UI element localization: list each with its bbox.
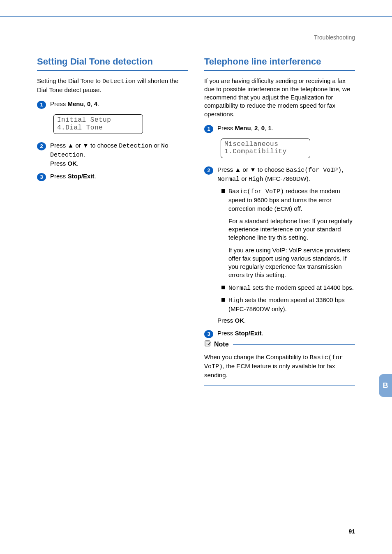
code-basic-voip: Basic(for VoIP) xyxy=(286,167,341,174)
text: , xyxy=(258,125,261,132)
text: to choose xyxy=(256,166,286,173)
lcd-line2: 1.Compatibility xyxy=(224,148,287,155)
basic-voip-para-1: For a standard telephone line: If you re… xyxy=(228,217,355,242)
text: Press xyxy=(50,100,68,107)
text: , xyxy=(90,100,94,107)
key-4: 4 xyxy=(94,100,97,107)
step-badge-1-icon: 1 xyxy=(37,100,46,109)
note-header: Note xyxy=(204,339,233,349)
key-ok: OK xyxy=(235,317,244,324)
step-2: 2 Press ▲ or ▼ to choose Detection or No… xyxy=(37,141,188,168)
text: or xyxy=(152,142,161,149)
svg-text:2: 2 xyxy=(40,143,43,149)
text: (MFC-7860DW). xyxy=(263,175,310,182)
text: Press xyxy=(50,173,68,180)
r-step-1-body: Press Menu, 2, 0, 1. xyxy=(217,124,355,132)
key-stop-exit: Stop/Exit xyxy=(68,173,95,180)
key-menu: Menu xyxy=(68,100,84,107)
code-detection: Detection xyxy=(119,143,152,150)
key-0: 0 xyxy=(261,125,265,132)
note-body: When you change the Compatibility to Bas… xyxy=(204,353,355,380)
bullet-text: Normal sets the modem speed at 14400 bps… xyxy=(228,284,355,293)
text: or xyxy=(74,142,83,149)
step-3-body: Press Stop/Exit. xyxy=(50,172,188,180)
down-arrow-icon: ▼ xyxy=(250,166,256,173)
svg-text:3: 3 xyxy=(207,331,210,337)
step-badge-2-icon: 2 xyxy=(37,142,46,151)
text: Press xyxy=(217,317,235,324)
lcd-display-compatibility: Miscellaneous 1.Compatibility xyxy=(221,138,310,158)
svg-text:1: 1 xyxy=(207,126,210,132)
right-column: Telephone line interference If you are h… xyxy=(204,55,355,385)
r-step-3-body: Press Stop/Exit. xyxy=(217,329,355,337)
text: . xyxy=(95,173,96,180)
step-badge-3-icon: 3 xyxy=(37,173,46,182)
text: Press xyxy=(50,160,68,167)
text: Setting the Dial Tone to xyxy=(37,77,102,84)
bullet-normal: Normal sets the modem speed at 14400 bps… xyxy=(221,284,355,293)
up-arrow-icon: ▲ xyxy=(68,142,74,149)
square-bullet-icon xyxy=(221,189,225,193)
r-step-2: 2 Press ▲ or ▼ to choose Basic(for VoIP)… xyxy=(204,166,355,325)
up-arrow-icon: ▲ xyxy=(235,166,241,173)
code-normal: Normal xyxy=(217,176,240,183)
left-column: Setting Dial Tone detection Setting the … xyxy=(37,55,188,385)
text: . xyxy=(244,317,246,324)
note-block: Note When you change the Compatibility t… xyxy=(204,344,355,386)
text: . xyxy=(77,160,78,167)
text: Press xyxy=(217,125,235,132)
key-ok: OK xyxy=(68,160,77,167)
step-badge-1-icon: 1 xyxy=(204,125,213,134)
heading-dial-tone: Setting Dial Tone detection xyxy=(37,55,188,71)
text: , xyxy=(341,166,343,173)
section-header: Troubleshooting xyxy=(314,34,355,42)
page-number: 91 xyxy=(348,528,355,536)
text: sets the modem speed at 14400 bps. xyxy=(251,284,354,291)
text: Press xyxy=(50,142,68,149)
code-detection: Detection xyxy=(102,78,136,85)
code-high: High xyxy=(249,176,263,183)
bullet-text: High sets the modem speed at 33600 bps (… xyxy=(228,296,355,314)
bullet-high: High sets the modem speed at 33600 bps (… xyxy=(221,296,355,314)
text: , the ECM feature is only available for … xyxy=(204,362,335,379)
step-badge-3-icon: 3 xyxy=(204,330,213,339)
text: sets the modem speed at 33600 bps (MFC-7… xyxy=(228,296,345,312)
top-blue-rule xyxy=(0,16,392,17)
note-icon xyxy=(204,339,212,349)
r-step-1: 1 Press Menu, 2, 0, 1. xyxy=(204,124,355,134)
lcd-line2: 4.Dial Tone xyxy=(57,124,103,132)
key-menu: Menu xyxy=(235,125,251,132)
svg-text:3: 3 xyxy=(40,174,43,180)
dial-tone-intro: Setting the Dial Tone to Detection will … xyxy=(37,77,188,95)
text: to choose xyxy=(89,142,119,149)
text: or xyxy=(241,166,250,173)
text: Press xyxy=(217,330,235,337)
interference-intro: If you are having difficulty sending or … xyxy=(204,77,355,118)
text: When you change the Compatibility to xyxy=(204,353,310,360)
heading-line-interference: Telephone line interference xyxy=(204,55,355,71)
step-badge-2-icon: 2 xyxy=(204,166,213,175)
svg-text:1: 1 xyxy=(40,102,43,108)
press-ok-line: Press OK. xyxy=(217,316,355,325)
key-stop-exit: Stop/Exit xyxy=(235,330,262,337)
step-1-body: Press Menu, 0, 4. xyxy=(50,100,188,108)
text: or xyxy=(240,175,249,182)
step-1: 1 Press Menu, 0, 4. xyxy=(37,100,188,109)
square-bullet-icon xyxy=(221,286,225,289)
note-title: Note xyxy=(214,340,229,349)
lcd-line1: Initial Setup xyxy=(57,116,111,124)
code-high: High xyxy=(228,297,243,304)
text: . xyxy=(97,100,99,107)
key-1: 1 xyxy=(268,125,271,132)
lcd-display-dial-tone: Initial Setup 4.Dial Tone xyxy=(53,114,143,134)
square-bullet-icon xyxy=(221,298,225,302)
r-step-2-body: Press ▲ or ▼ to choose Basic(for VoIP), … xyxy=(217,166,355,325)
lcd-line1: Miscellaneous xyxy=(224,141,278,148)
text: , xyxy=(251,125,254,132)
side-tab: B xyxy=(379,374,392,397)
text: . xyxy=(272,125,273,132)
text: . xyxy=(262,330,263,337)
svg-text:2: 2 xyxy=(207,167,210,173)
text: Press xyxy=(217,166,235,173)
text: , xyxy=(84,100,87,107)
